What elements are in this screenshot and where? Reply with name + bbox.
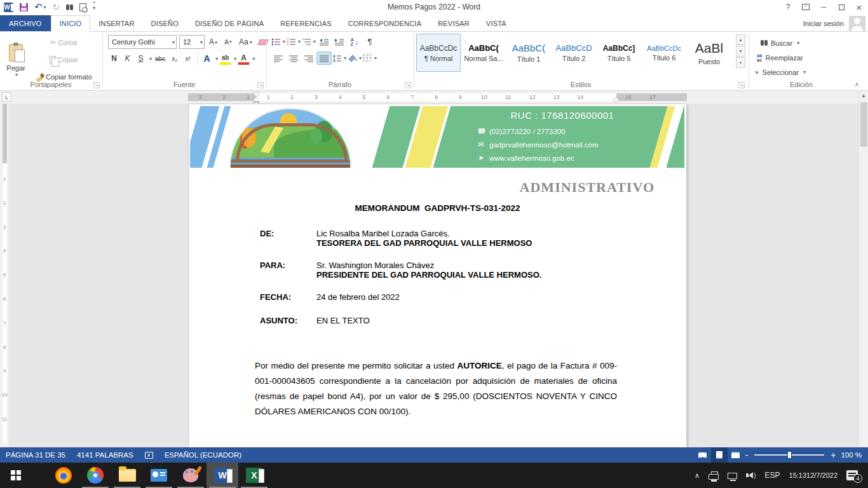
first-line-indent-marker[interactable] bbox=[253, 93, 259, 97]
increase-indent-button[interactable] bbox=[332, 35, 347, 48]
show-paragraph-marks-button[interactable]: ¶ bbox=[362, 35, 377, 48]
page-indicator[interactable]: PÁGINA 31 DE 35 bbox=[0, 447, 71, 463]
taskbar-paint[interactable] bbox=[175, 463, 207, 488]
styles-gallery-more[interactable]: ▾ bbox=[736, 57, 745, 68]
portapapeles-dialog-launcher[interactable]: ↘ bbox=[93, 82, 100, 88]
sign-in[interactable]: Iniciar sesión bbox=[803, 16, 868, 31]
justify-button[interactable] bbox=[316, 51, 332, 65]
style-titulo-5[interactable]: AaBbCc]Título 5 bbox=[597, 34, 641, 72]
word-count[interactable]: 4141 PALABRAS bbox=[71, 447, 139, 463]
copy-button[interactable]: Copiar bbox=[33, 53, 95, 67]
redo-button[interactable]: ↻ bbox=[53, 2, 60, 12]
style-titulo-1[interactable]: AaBbC(Título 1 bbox=[506, 34, 551, 72]
font-color-dropdown[interactable]: ▾ bbox=[252, 56, 255, 62]
font-name-combo[interactable]: Century Gothi▾ bbox=[108, 35, 177, 49]
multilevel-list-button[interactable]: ▾ bbox=[301, 35, 316, 48]
tab-vista[interactable]: VISTA bbox=[478, 15, 515, 31]
style-normal-sa[interactable]: AaBbC(Normal Sa... bbox=[461, 34, 506, 72]
decrease-indent-button[interactable] bbox=[316, 35, 332, 48]
web-layout-button[interactable] bbox=[728, 447, 744, 463]
paste-button[interactable]: Pegar ▾ bbox=[4, 34, 28, 86]
font-color-button[interactable]: A bbox=[238, 52, 250, 65]
highlight-dropdown[interactable]: ▾ bbox=[234, 56, 236, 62]
fuente-dialog-launcher[interactable]: ↘ bbox=[257, 82, 264, 88]
memo-title[interactable]: MEMORANDUM GADPRVH-TS-031-2022 bbox=[189, 203, 686, 213]
collapse-ribbon-button[interactable]: ∧ bbox=[855, 81, 859, 88]
styles-scroll-up[interactable]: ▲ bbox=[736, 34, 745, 45]
taskbar-excel[interactable]: X bbox=[238, 463, 270, 488]
volume-tray-icon[interactable]: ) bbox=[746, 472, 756, 479]
style-titulo-2[interactable]: AaBbCcDTítulo 2 bbox=[552, 34, 596, 72]
cut-button[interactable]: ✂Cortar bbox=[33, 36, 95, 50]
scrollbar-thumb[interactable] bbox=[860, 102, 867, 147]
field-para[interactable]: PARA: Sr. Washington Morales ChávezPRESI… bbox=[260, 261, 628, 280]
close-button[interactable]: × bbox=[850, 0, 868, 14]
align-right-button[interactable] bbox=[301, 51, 316, 65]
notification-center[interactable]: 4 bbox=[846, 470, 858, 480]
help-button[interactable]: ? bbox=[779, 0, 797, 14]
document-canvas[interactable]: 1234567891011 RUC : 1768120600001 ☎( bbox=[0, 104, 868, 447]
text-effects-button[interactable]: A bbox=[201, 52, 213, 65]
tab-insertar[interactable]: INSERTAR bbox=[90, 15, 142, 31]
underline-dropdown[interactable]: ▾ bbox=[149, 56, 152, 62]
horizontal-ruler[interactable]: L 321 12345678910111213141617 bbox=[0, 91, 868, 104]
replace-button[interactable]: abacReemplazar bbox=[754, 51, 806, 64]
ribbon-display-options-button[interactable]: ^ bbox=[797, 0, 815, 14]
text-effects-dropdown[interactable]: ▾ bbox=[215, 56, 218, 62]
parrafo-dialog-launcher[interactable]: ↘ bbox=[405, 82, 411, 88]
right-indent-marker[interactable] bbox=[613, 97, 620, 101]
find-button[interactable]: Buscar▾ bbox=[754, 37, 806, 49]
memo-body-paragraph[interactable]: Por medio del presente me permito solici… bbox=[255, 358, 617, 419]
subscript-button[interactable]: x₂ bbox=[168, 52, 180, 65]
administrativo-heading[interactable]: ADMINISTRATIVO bbox=[520, 179, 654, 196]
tab-diseno-de-pagina[interactable]: DISEÑO DE PÁGINA bbox=[187, 15, 272, 31]
scroll-up-arrow[interactable]: ▲ bbox=[859, 91, 868, 100]
strikethrough-button[interactable]: abc bbox=[153, 52, 167, 65]
network-tray-icon[interactable] bbox=[728, 471, 737, 479]
start-button[interactable] bbox=[0, 463, 32, 488]
vertical-scrollbar[interactable]: ▲ bbox=[858, 91, 868, 447]
zoom-in-button[interactable]: + bbox=[829, 450, 837, 460]
paste-dropdown[interactable]: ▾ bbox=[15, 72, 18, 78]
print-preview-button[interactable] bbox=[79, 2, 86, 12]
taskbar-control-panel[interactable] bbox=[143, 463, 175, 488]
sort-button[interactable]: AZ↓ bbox=[347, 35, 362, 48]
tab-stop-selector[interactable]: L bbox=[2, 92, 11, 102]
align-left-button[interactable] bbox=[271, 51, 286, 65]
undo-button[interactable]: ↶▾ bbox=[34, 2, 46, 12]
tab-diseno[interactable]: DISEÑO bbox=[143, 15, 187, 31]
change-case-button[interactable]: Aa▾ bbox=[237, 36, 254, 48]
select-button[interactable]: ➤Seleccionar▾ bbox=[754, 66, 806, 78]
customize-qat-button[interactable]: ▾ bbox=[93, 2, 95, 12]
read-mode-button[interactable] bbox=[695, 447, 711, 463]
field-de[interactable]: DE: Lic Rosalba Maribel Lozada Garcés.TE… bbox=[260, 229, 628, 248]
print-layout-button[interactable] bbox=[711, 447, 728, 463]
zoom-out-button[interactable]: - bbox=[744, 450, 750, 460]
zoom-slider[interactable] bbox=[754, 454, 824, 456]
borders-button[interactable]: ▾ bbox=[362, 51, 377, 65]
proofing-status[interactable]: ✗ bbox=[139, 447, 159, 463]
tab-referencias[interactable]: REFERENCIAS bbox=[272, 15, 339, 31]
grow-font-button[interactable]: A▲ bbox=[207, 36, 220, 48]
underline-button[interactable]: S bbox=[135, 52, 147, 65]
taskbar-file-explorer[interactable] bbox=[111, 463, 143, 488]
save-button[interactable] bbox=[20, 2, 28, 12]
tab-revisar[interactable]: REVISAR bbox=[430, 15, 478, 31]
vertical-ruler[interactable]: 1234567891011 bbox=[0, 104, 9, 447]
printer-tray-icon[interactable] bbox=[709, 471, 719, 480]
shading-button[interactable]: ▾ bbox=[347, 51, 362, 65]
find-qat-button[interactable] bbox=[66, 2, 73, 12]
style-titulo-6[interactable]: AaBbCcDcTítulo 6 bbox=[642, 34, 686, 72]
styles-scroll-down[interactable]: ▼ bbox=[736, 46, 745, 57]
taskbar-firefox[interactable] bbox=[48, 463, 79, 488]
restore-button[interactable] bbox=[832, 0, 850, 14]
tray-overflow-chevron[interactable]: ∧ bbox=[695, 471, 700, 480]
bold-button[interactable]: N bbox=[108, 52, 120, 65]
superscript-button[interactable]: x² bbox=[182, 52, 194, 65]
font-size-combo[interactable]: 12▾ bbox=[179, 35, 205, 49]
numbering-button[interactable]: ▾ bbox=[286, 35, 301, 48]
line-spacing-button[interactable]: ▾ bbox=[332, 51, 347, 65]
taskbar-chrome[interactable] bbox=[79, 463, 111, 488]
style-normal[interactable]: AaBbCcDc¶ Normal bbox=[416, 34, 461, 72]
minimize-button[interactable]: ─ bbox=[815, 0, 832, 14]
